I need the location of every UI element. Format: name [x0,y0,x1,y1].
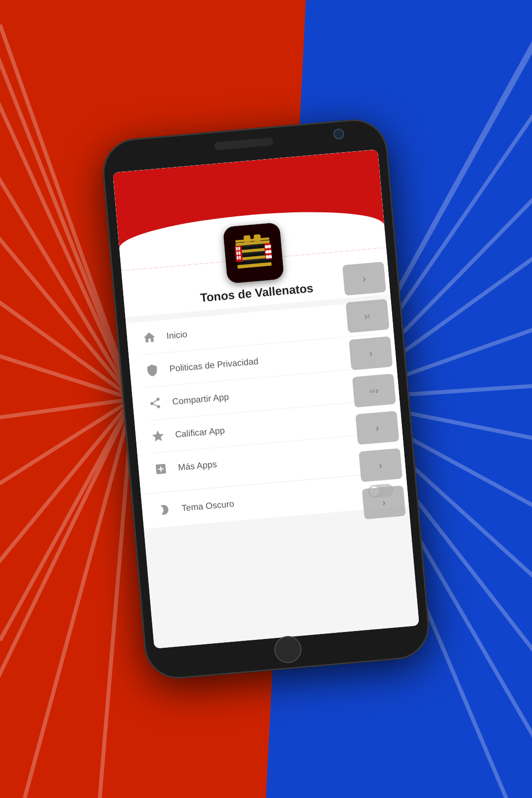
svg-rect-39 [236,252,238,255]
svg-rect-38 [238,247,240,250]
share-icon [146,394,164,412]
toggle-label-tema-oscuro: Tema Oscuro [181,487,368,513]
svg-line-10 [0,399,133,640]
svg-line-11 [0,399,133,714]
right-panel-item[interactable]: › [359,448,402,482]
shield-icon [143,361,162,379]
phone-camera [333,128,345,140]
right-panel-item[interactable]: › [349,336,393,370]
home-button[interactable] [273,635,303,665]
right-panel-item[interactable]: › z [346,299,390,333]
right-panel-item[interactable]: › [342,262,386,296]
menu-label-privacidad: Politicas de Privacidad [169,356,259,374]
phone-screen: Tonos de Vallenatos Inicio [113,149,419,648]
app-icon [223,222,284,284]
home-icon [140,329,159,347]
menu-label-mas-apps: Más Apps [178,459,218,473]
svg-rect-41 [236,256,238,260]
menu-label-calificar: Calificar App [175,425,226,440]
menu-label-compartir: Compartir App [172,392,229,407]
plus-square-icon [152,460,170,478]
svg-rect-40 [238,251,240,255]
star-icon [149,427,167,445]
menu-label-inicio: Inicio [166,329,188,341]
right-panel-item[interactable]: › [362,485,406,519]
right-panel-item[interactable]: os › [352,373,396,407]
svg-rect-37 [235,247,237,250]
phone-frame: Tonos de Vallenatos Inicio [100,117,432,681]
svg-line-9 [0,399,133,566]
right-panel-item[interactable]: › [355,411,399,445]
svg-line-7 [0,399,133,419]
svg-rect-42 [239,256,241,259]
moon-icon [155,500,173,519]
phone-speaker [214,137,273,150]
